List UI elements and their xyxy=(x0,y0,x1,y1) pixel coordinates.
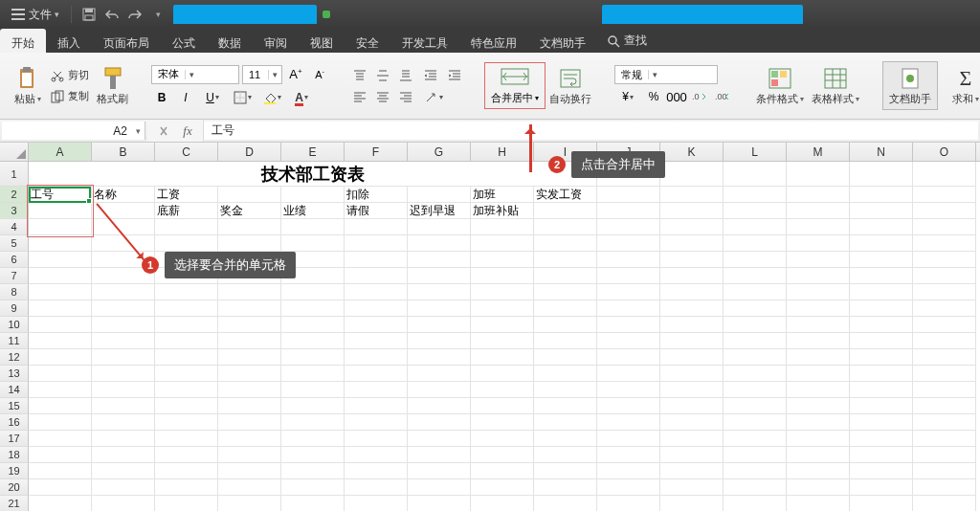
cell[interactable]: 请假 xyxy=(345,203,408,219)
cell[interactable] xyxy=(787,366,850,382)
column-header[interactable]: N xyxy=(850,143,913,161)
cell[interactable] xyxy=(660,463,724,479)
column-header[interactable]: E xyxy=(281,143,345,161)
cell[interactable] xyxy=(534,235,597,252)
border-button[interactable]: ▾ xyxy=(229,88,256,107)
cell[interactable] xyxy=(660,235,724,252)
cell[interactable] xyxy=(597,496,660,511)
cell[interactable] xyxy=(913,382,976,398)
cell[interactable] xyxy=(155,382,218,398)
cell[interactable] xyxy=(660,252,724,268)
cell[interactable] xyxy=(471,349,534,366)
cell[interactable] xyxy=(850,447,913,463)
cell[interactable] xyxy=(29,235,92,252)
cell[interactable] xyxy=(408,219,471,235)
cell[interactable] xyxy=(597,300,660,317)
align-top-button[interactable] xyxy=(349,66,370,85)
cell[interactable] xyxy=(787,349,850,366)
cell[interactable] xyxy=(471,414,534,431)
cell[interactable] xyxy=(29,398,92,414)
cell[interactable] xyxy=(724,317,787,333)
cell[interactable] xyxy=(724,252,787,268)
cell[interactable] xyxy=(913,463,976,479)
table-style-button[interactable]: 表格样式▾ xyxy=(808,63,863,108)
row-header[interactable]: 5 xyxy=(0,235,29,252)
row-header[interactable]: 3 xyxy=(0,203,29,219)
cell[interactable] xyxy=(534,300,597,317)
cell[interactable] xyxy=(281,414,345,431)
cell[interactable] xyxy=(29,414,92,431)
cell[interactable] xyxy=(155,300,218,317)
cell[interactable] xyxy=(408,268,471,284)
cell[interactable] xyxy=(850,300,913,317)
cell[interactable] xyxy=(660,333,724,349)
align-middle-button[interactable] xyxy=(372,66,393,85)
cell[interactable] xyxy=(155,317,218,333)
cell[interactable] xyxy=(155,333,218,349)
cell[interactable] xyxy=(345,300,408,317)
cell[interactable] xyxy=(597,382,660,398)
cell[interactable] xyxy=(408,252,471,268)
row-header[interactable]: 9 xyxy=(0,300,29,317)
cell[interactable] xyxy=(850,463,913,479)
cell[interactable] xyxy=(218,414,281,431)
cell[interactable]: 名称 xyxy=(92,187,155,203)
cell[interactable] xyxy=(913,496,976,511)
cell[interactable]: 实发工资 xyxy=(534,187,597,203)
cell[interactable] xyxy=(660,479,724,496)
cell[interactable] xyxy=(787,333,850,349)
cell[interactable] xyxy=(787,447,850,463)
cell[interactable] xyxy=(345,349,408,366)
cell[interactable] xyxy=(787,203,850,219)
caret-down-icon[interactable]: ▾ xyxy=(268,70,281,79)
cell[interactable] xyxy=(281,479,345,496)
cell[interactable] xyxy=(850,479,913,496)
cell[interactable] xyxy=(155,463,218,479)
active-doc-tab[interactable] xyxy=(173,5,317,24)
cell[interactable] xyxy=(534,333,597,349)
cell[interactable] xyxy=(534,398,597,414)
cell[interactable] xyxy=(345,414,408,431)
cell[interactable] xyxy=(850,382,913,398)
cell[interactable]: 扣除 xyxy=(345,187,408,203)
align-right-button[interactable] xyxy=(395,87,416,106)
cell[interactable] xyxy=(850,187,913,203)
cell[interactable] xyxy=(660,398,724,414)
cell[interactable] xyxy=(724,300,787,317)
row-header[interactable]: 19 xyxy=(0,463,29,479)
cell[interactable] xyxy=(92,300,155,317)
column-header[interactable]: O xyxy=(913,143,976,161)
column-header[interactable]: K xyxy=(660,143,724,161)
tab-devtools[interactable]: 开发工具 xyxy=(390,29,459,53)
cell[interactable] xyxy=(787,398,850,414)
align-center-button[interactable] xyxy=(372,87,393,106)
file-menu-button[interactable]: 文件 ▾ xyxy=(6,4,65,26)
cell[interactable] xyxy=(29,203,92,219)
cell[interactable] xyxy=(597,187,660,203)
cell[interactable] xyxy=(534,414,597,431)
caret-down-icon[interactable]: ▾ xyxy=(185,70,198,79)
cell[interactable] xyxy=(597,219,660,235)
cell[interactable] xyxy=(218,235,281,252)
cell[interactable] xyxy=(913,398,976,414)
row-header[interactable]: 1 xyxy=(0,162,29,187)
cell[interactable] xyxy=(660,300,724,317)
font-color-button[interactable]: A▾ xyxy=(288,88,315,107)
cell[interactable] xyxy=(281,398,345,414)
cell[interactable] xyxy=(787,187,850,203)
cell[interactable] xyxy=(29,431,92,447)
cell[interactable] xyxy=(724,162,787,187)
cell[interactable] xyxy=(850,366,913,382)
cell[interactable] xyxy=(597,447,660,463)
cell[interactable] xyxy=(597,463,660,479)
cell[interactable] xyxy=(724,366,787,382)
cell[interactable] xyxy=(29,284,92,300)
cell[interactable] xyxy=(281,219,345,235)
cell[interactable] xyxy=(92,333,155,349)
cell[interactable] xyxy=(345,317,408,333)
increase-decimal-button[interactable]: .0 xyxy=(689,87,710,106)
cell[interactable] xyxy=(155,235,218,252)
row-header[interactable]: 6 xyxy=(0,252,29,268)
cell[interactable] xyxy=(787,317,850,333)
cell[interactable] xyxy=(345,235,408,252)
